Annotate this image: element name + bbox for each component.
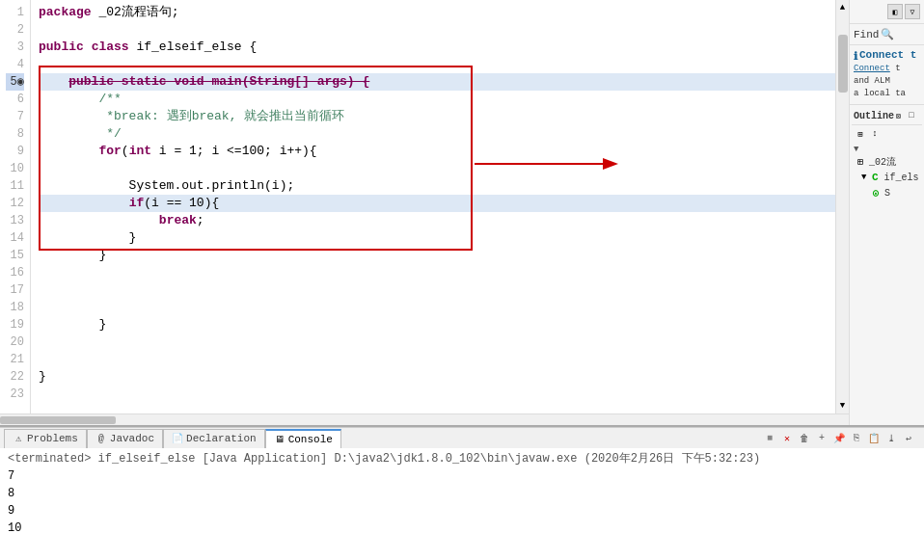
code-line-10 bbox=[39, 160, 835, 177]
line-12: 12 bbox=[6, 195, 24, 212]
h-scrollbar-track bbox=[0, 416, 849, 424]
console-new-btn[interactable]: + bbox=[814, 431, 829, 446]
outline-tool-1[interactable]: ⊞ bbox=[854, 127, 867, 141]
code-line-1: package _02流程语句; bbox=[39, 4, 835, 21]
outline-sync-icon: ⊠ bbox=[896, 112, 901, 120]
line-1: 1 bbox=[6, 4, 24, 21]
class-expand-icon[interactable]: ▼ bbox=[861, 173, 866, 182]
console-remove-btn[interactable]: 🗑 bbox=[797, 431, 812, 446]
outline-icon-1[interactable]: □ bbox=[905, 109, 918, 122]
line-14: 14 bbox=[6, 229, 24, 247]
code-line-8: */ bbox=[39, 125, 835, 143]
connect-text: Connect t and ALM a local ta bbox=[854, 63, 920, 100]
console-scroll-end-btn[interactable]: ⤓ bbox=[883, 431, 899, 446]
console-line-10: 10 bbox=[8, 520, 916, 537]
console-word-wrap-btn[interactable]: ↩ bbox=[901, 431, 916, 446]
outline-section: Outline ⊠ □ ↕ z ⊞ ↕ ▼ bbox=[850, 105, 924, 204]
outline-tool-2[interactable]: ↕ bbox=[868, 127, 882, 141]
javadoc-icon: @ bbox=[95, 433, 107, 444]
code-editor: 1 2 3 4 5◉ 6 7 8 9 10 11 12 13 14 15 16 … bbox=[0, 0, 849, 413]
line-19: 19 bbox=[6, 316, 24, 333]
main-container: 1 2 3 4 5◉ 6 7 8 9 10 11 12 13 14 15 16 … bbox=[0, 0, 924, 425]
tab-declaration[interactable]: 📄 Declaration bbox=[163, 429, 265, 448]
code-line-12: if (i == 10){ bbox=[39, 195, 835, 212]
outline-toolbar: ⊞ ↕ bbox=[852, 125, 922, 143]
find-label: Find bbox=[854, 29, 879, 40]
console-pin-btn[interactable]: 📌 bbox=[831, 431, 847, 446]
code-line-13: break ; bbox=[39, 212, 835, 229]
right-panel-icon-1[interactable]: ◧ bbox=[887, 4, 903, 19]
line-8: 8 bbox=[6, 125, 24, 143]
line-20: 20 bbox=[6, 333, 24, 351]
scrollbar-thumb[interactable] bbox=[838, 35, 848, 93]
editor-area: 1 2 3 4 5◉ 6 7 8 9 10 11 12 13 14 15 16 … bbox=[0, 0, 849, 425]
line-2: 2 bbox=[6, 21, 24, 39]
scroll-down-btn[interactable]: ▼ bbox=[840, 398, 845, 413]
info-icon: ℹ bbox=[854, 50, 857, 63]
method-icon: ⊙ bbox=[869, 186, 883, 200]
tab-declaration-label: Declaration bbox=[186, 433, 257, 444]
outline-toolbar-row: ⊞ ↕ bbox=[854, 127, 920, 141]
outline-tree: ▼ ⊞ _02流 ▼ C if_els ⊙ S bbox=[852, 143, 922, 202]
code-line-11: System.out.println(i); bbox=[39, 177, 835, 195]
class-icon: C bbox=[868, 171, 882, 184]
line-11: 11 bbox=[6, 177, 24, 195]
code-line-18 bbox=[39, 299, 835, 316]
line-5: 5◉ bbox=[6, 73, 24, 91]
console-paste-btn[interactable]: 📋 bbox=[866, 431, 882, 446]
right-panel-top: ◧ ▽ bbox=[850, 0, 924, 24]
tab-javadoc[interactable]: @ Javadoc bbox=[87, 429, 163, 448]
console-output-area: <terminated> if_elseif_else [Java Applic… bbox=[0, 448, 924, 560]
package-icon: ⊞ bbox=[854, 155, 867, 169]
editor-vertical-scrollbar[interactable]: ▲ ▼ bbox=[835, 0, 849, 413]
line-9: 9 bbox=[6, 143, 24, 160]
connect-link[interactable]: Connect bbox=[854, 64, 890, 73]
code-line-14: } bbox=[39, 229, 835, 247]
collapse-icon[interactable]: ▼ bbox=[854, 145, 858, 154]
console-copy-btn[interactable]: ⎘ bbox=[849, 431, 864, 446]
line-4: 4 bbox=[6, 56, 24, 73]
code-line-23 bbox=[39, 386, 835, 403]
tab-problems[interactable]: ⚠ Problems bbox=[4, 429, 87, 448]
outline-icons: □ ↕ z bbox=[905, 109, 924, 122]
outline-icon-2[interactable]: ↕ bbox=[919, 109, 924, 122]
tree-item-class[interactable]: ▼ C if_els bbox=[854, 170, 920, 185]
line-16: 16 bbox=[6, 264, 24, 281]
scroll-up-btn[interactable]: ▲ bbox=[840, 0, 845, 15]
code-line-20 bbox=[39, 333, 835, 351]
code-line-9: for ( int i = 1; i <=100; i++){ bbox=[39, 143, 835, 160]
line-21: 21 bbox=[6, 351, 24, 368]
h-scrollbar-thumb[interactable] bbox=[0, 416, 116, 424]
console-toolbar-area: ■ ✕ 🗑 + 📌 ⎘ 📋 ⤓ ↩ bbox=[762, 431, 916, 446]
line-3: 3 bbox=[6, 39, 24, 56]
right-panel: ◧ ▽ Find 🔍 ℹ Connect t Connect t and ALM… bbox=[849, 0, 924, 425]
code-content[interactable]: package _02流程语句; public class if_elseif_… bbox=[31, 0, 835, 413]
console-line-8: 8 bbox=[8, 485, 916, 502]
code-line-19: } bbox=[39, 316, 835, 333]
line-6: 6 bbox=[6, 91, 24, 108]
code-line-16 bbox=[39, 264, 835, 281]
console-stop-btn[interactable]: ■ bbox=[762, 431, 777, 446]
tree-item-package[interactable]: ⊞ _02流 bbox=[854, 154, 920, 170]
right-panel-icon-2[interactable]: ▽ bbox=[905, 4, 920, 19]
line-13: 13 bbox=[6, 212, 24, 229]
find-bar: Find 🔍 bbox=[850, 24, 924, 45]
line-10: 10 bbox=[6, 160, 24, 177]
tab-javadoc-label: Javadoc bbox=[110, 433, 154, 444]
console-line-7: 7 bbox=[8, 467, 916, 485]
console-icon: 🖥 bbox=[274, 434, 285, 445]
outline-header: Outline ⊠ □ ↕ z bbox=[852, 107, 922, 125]
console-terminate-btn[interactable]: ✕ bbox=[779, 431, 795, 446]
tab-console[interactable]: 🖥 Console bbox=[265, 429, 341, 448]
line-17: 17 bbox=[6, 281, 24, 299]
horizontal-scrollbar[interactable] bbox=[0, 413, 849, 425]
line-15: 15 bbox=[6, 247, 24, 264]
console-output[interactable]: <terminated> if_elseif_else [Java Applic… bbox=[0, 448, 924, 560]
tab-problems-label: Problems bbox=[27, 433, 78, 444]
code-line-5: public static void main(String[] args) { bbox=[39, 73, 835, 91]
line-23: 23 bbox=[6, 386, 24, 403]
code-line-15: } bbox=[39, 247, 835, 264]
outline-collapse-row: ▼ bbox=[854, 145, 920, 154]
tree-item-method[interactable]: ⊙ S bbox=[854, 185, 920, 200]
tree-label-class: if_els bbox=[883, 173, 918, 183]
